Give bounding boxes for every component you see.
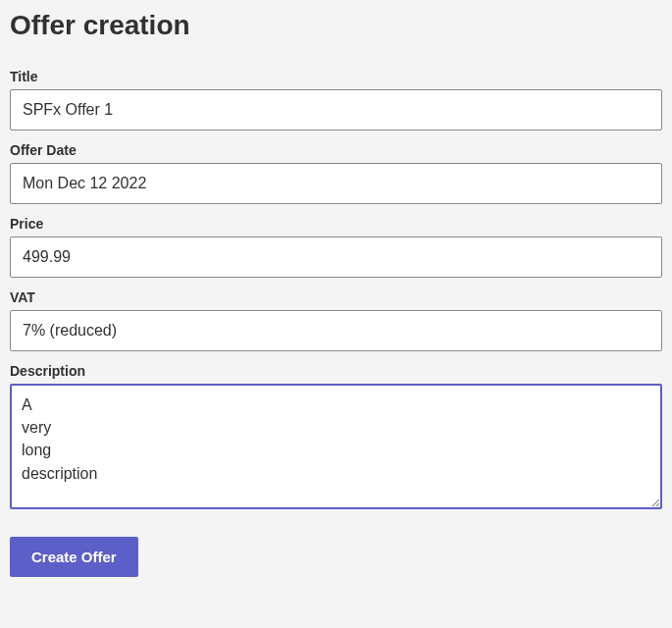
field-title: Title <box>10 69 662 131</box>
vat-label: VAT <box>10 289 662 305</box>
field-offer-date: Offer Date <box>10 142 662 204</box>
create-offer-button[interactable]: Create Offer <box>10 537 138 577</box>
price-label: Price <box>10 216 662 232</box>
price-input[interactable] <box>10 236 662 278</box>
description-label: Description <box>10 363 662 379</box>
field-price: Price <box>10 216 662 278</box>
field-description: Description <box>10 363 662 513</box>
title-label: Title <box>10 69 662 84</box>
vat-input[interactable] <box>10 310 662 351</box>
offer-date-input[interactable] <box>10 163 662 204</box>
description-textarea[interactable] <box>10 384 662 509</box>
offer-date-label: Offer Date <box>10 142 662 158</box>
field-vat: VAT <box>10 289 662 351</box>
page-title: Offer creation <box>10 10 662 41</box>
title-input[interactable] <box>10 89 662 131</box>
